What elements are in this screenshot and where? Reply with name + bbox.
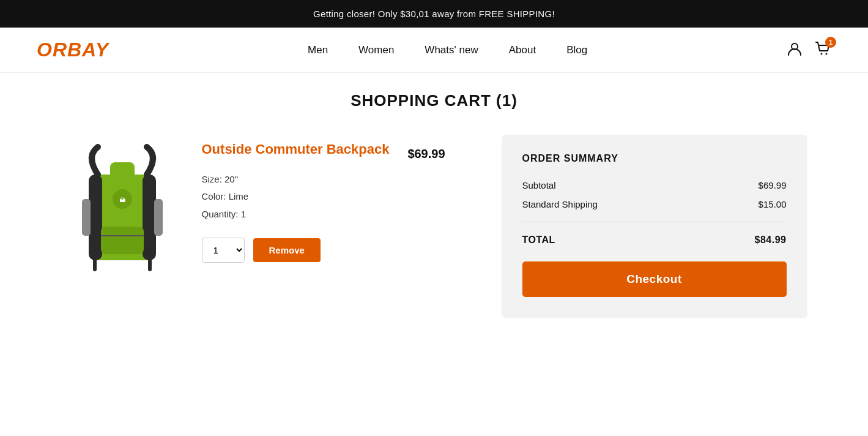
header-icons: 1: [786, 40, 831, 60]
svg-rect-4: [89, 175, 102, 260]
summary-subtotal-row: Subtotal $69.99: [522, 180, 787, 190]
cart-layout: 🏔 Outside Commuter Backpack: [61, 135, 807, 318]
summary-divider: [522, 222, 787, 222]
svg-rect-7: [101, 227, 144, 254]
cart-icon[interactable]: 1: [814, 40, 831, 60]
logo[interactable]: ORBAY: [37, 39, 109, 61]
svg-text:🏔: 🏔: [119, 197, 125, 203]
checkout-button[interactable]: Checkout: [522, 261, 787, 297]
main-nav: Men Women Whats' new About Blog: [308, 44, 587, 56]
product-actions: 1 2 3 4 5 Remove: [202, 238, 477, 263]
shipping-label: Standard Shipping: [522, 199, 598, 209]
product-image: 🏔: [61, 135, 184, 276]
total-value: $84.99: [755, 235, 787, 246]
svg-point-1: [821, 53, 823, 55]
product-image-wrap: 🏔: [61, 135, 184, 276]
product-meta: Size: 20" Color: Lime Quantity: 1: [202, 171, 477, 224]
user-icon[interactable]: [786, 40, 803, 60]
quantity-select[interactable]: 1 2 3 4 5: [202, 238, 245, 263]
cart-title: SHOPPING CART (1): [61, 91, 807, 110]
cart-badge: 1: [825, 37, 836, 48]
product-quantity-label: Quantity: 1: [202, 206, 477, 224]
remove-button[interactable]: Remove: [253, 238, 321, 262]
total-label: TOTAL: [522, 235, 555, 246]
nav-item-men[interactable]: Men: [308, 44, 328, 56]
nav-item-whats-new[interactable]: Whats' new: [425, 44, 478, 56]
nav-item-women[interactable]: Women: [358, 44, 394, 56]
subtotal-label: Subtotal: [522, 180, 556, 190]
cart-item-section: 🏔 Outside Commuter Backpack: [61, 135, 477, 276]
svg-rect-12: [154, 199, 163, 236]
order-summary: ORDER SUMMARY Subtotal $69.99 Standard S…: [502, 135, 807, 318]
product-name: Outside Commuter Backpack: [202, 141, 390, 159]
svg-rect-11: [82, 199, 91, 236]
header: ORBAY Men Women Whats' new About Blog 1: [0, 28, 868, 73]
svg-rect-5: [143, 175, 156, 260]
summary-total-row: TOTAL $84.99: [522, 235, 787, 246]
product-price: $69.99: [407, 141, 445, 161]
shipping-value: $15.00: [759, 199, 787, 209]
nav-item-about[interactable]: About: [509, 44, 536, 56]
main-content: SHOPPING CART (1): [37, 73, 832, 355]
product-details: Outside Commuter Backpack $69.99 Size: 2…: [202, 135, 477, 263]
svg-rect-6: [110, 162, 135, 181]
banner-text: Getting closer! Only $30,01 away from FR…: [313, 9, 555, 19]
subtotal-value: $69.99: [759, 180, 787, 190]
summary-shipping-row: Standard Shipping $15.00: [522, 199, 787, 209]
nav-item-blog[interactable]: Blog: [566, 44, 587, 56]
svg-point-2: [826, 53, 828, 55]
product-size: Size: 20": [202, 171, 477, 189]
product-color: Color: Lime: [202, 188, 477, 206]
top-banner: Getting closer! Only $30,01 away from FR…: [0, 0, 868, 28]
cart-item: 🏔 Outside Commuter Backpack: [61, 135, 477, 276]
summary-title: ORDER SUMMARY: [522, 153, 787, 164]
